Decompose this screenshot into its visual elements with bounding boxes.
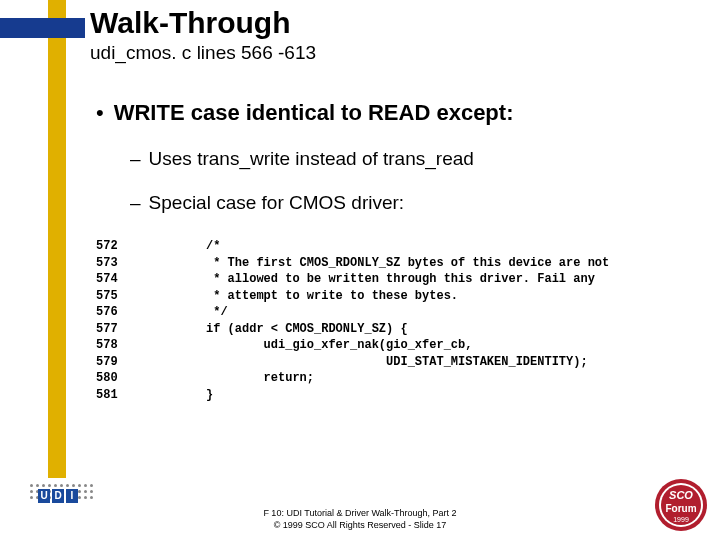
horizontal-blue-stripe [0,18,85,38]
footer-line-1: F 10: UDI Tutorial & Driver Walk-Through… [0,507,720,520]
main-bullet-text: WRITE case identical to READ except: [114,100,514,126]
slide-subtitle: udi_cmos. c lines 566 -613 [90,42,710,64]
slide-title: Walk-Through [90,6,710,40]
code-block: 572 573 574 575 576 577 578 579 580 581 … [96,238,710,403]
vertical-gold-stripe [48,0,66,478]
udi-letters: UDI [38,489,78,503]
slide-footer: F 10: UDI Tutorial & Driver Walk-Through… [0,507,720,532]
slide-content: Walk-Through udi_cmos. c lines 566 -613 … [90,6,710,403]
code-text: /* * The first CMOS_RDONLY_SZ bytes of t… [206,238,609,403]
dash-icon: – [130,192,141,214]
code-line-numbers: 572 573 574 575 576 577 578 579 580 581 [96,238,206,403]
sco-text: SCO [669,489,693,501]
dash-icon: – [130,148,141,170]
sub-bullet-0: – Uses trans_write instead of trans_read [130,148,710,170]
footer-line-2: © 1999 SCO All Rights Reserved - Slide 1… [0,519,720,532]
main-bullet: • WRITE case identical to READ except: [96,100,710,126]
bullet-dot-icon: • [96,100,104,126]
sub-bullet-1-text: Special case for CMOS driver: [149,192,405,214]
sub-bullet-1: – Special case for CMOS driver: [130,192,710,214]
sub-bullet-0-text: Uses trans_write instead of trans_read [149,148,474,170]
